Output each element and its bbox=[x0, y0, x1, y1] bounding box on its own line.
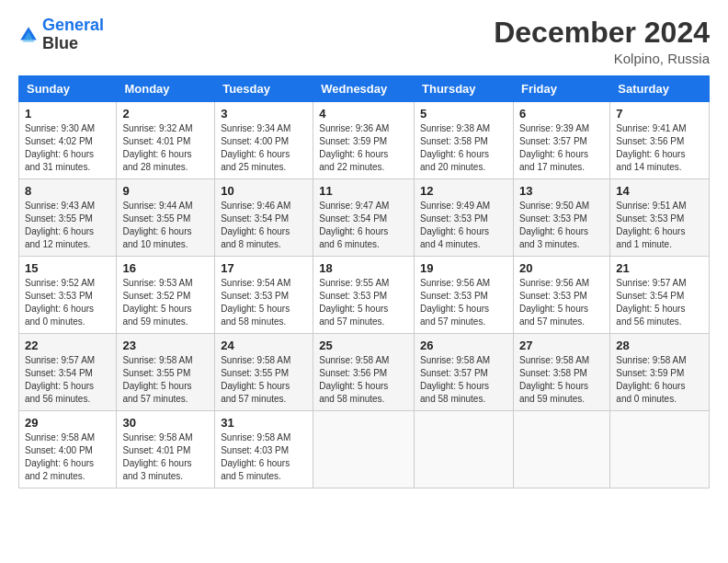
day-number: 25 bbox=[319, 339, 408, 352]
calendar-cell: 10Sunrise: 9:46 AM Sunset: 3:54 PM Dayli… bbox=[215, 179, 313, 257]
day-number: 3 bbox=[221, 107, 307, 121]
day-info: Sunrise: 9:58 AM Sunset: 4:03 PM Dayligh… bbox=[221, 431, 307, 483]
day-number: 21 bbox=[616, 261, 703, 275]
calendar-cell: 27Sunrise: 9:58 AM Sunset: 3:58 PM Dayli… bbox=[513, 334, 609, 411]
calendar-cell: 20Sunrise: 9:56 AM Sunset: 3:53 PM Dayli… bbox=[513, 257, 609, 334]
week-row-3: 15Sunrise: 9:52 AM Sunset: 3:53 PM Dayli… bbox=[19, 257, 710, 334]
calendar-cell: 18Sunrise: 9:55 AM Sunset: 3:53 PM Dayli… bbox=[313, 257, 415, 334]
day-number: 26 bbox=[420, 339, 507, 352]
calendar-cell: 21Sunrise: 9:57 AM Sunset: 3:54 PM Dayli… bbox=[610, 257, 710, 334]
col-header-friday: Friday bbox=[513, 76, 609, 102]
calendar-cell bbox=[610, 411, 710, 488]
day-number: 6 bbox=[519, 107, 604, 121]
location: Kolpino, Russia bbox=[494, 51, 710, 66]
day-info: Sunrise: 9:36 AM Sunset: 3:59 PM Dayligh… bbox=[319, 122, 408, 174]
calendar-cell: 14Sunrise: 9:51 AM Sunset: 3:53 PM Dayli… bbox=[610, 179, 710, 257]
day-number: 27 bbox=[519, 339, 604, 352]
calendar-cell: 2Sunrise: 9:32 AM Sunset: 4:01 PM Daylig… bbox=[117, 102, 215, 179]
title-block: December 2024 Kolpino, Russia bbox=[494, 17, 710, 66]
calendar-cell: 30Sunrise: 9:58 AM Sunset: 4:01 PM Dayli… bbox=[117, 411, 215, 488]
day-info: Sunrise: 9:39 AM Sunset: 3:57 PM Dayligh… bbox=[519, 122, 604, 174]
col-header-monday: Monday bbox=[117, 76, 215, 102]
calendar-cell: 17Sunrise: 9:54 AM Sunset: 3:53 PM Dayli… bbox=[215, 257, 313, 334]
day-info: Sunrise: 9:58 AM Sunset: 4:00 PM Dayligh… bbox=[25, 431, 110, 483]
logo-icon bbox=[18, 25, 39, 45]
calendar-cell bbox=[513, 411, 609, 488]
day-number: 29 bbox=[25, 416, 110, 430]
day-info: Sunrise: 9:47 AM Sunset: 3:54 PM Dayligh… bbox=[319, 200, 408, 251]
day-number: 10 bbox=[221, 184, 307, 198]
calendar-cell: 31Sunrise: 9:58 AM Sunset: 4:03 PM Dayli… bbox=[215, 411, 313, 488]
day-info: Sunrise: 9:34 AM Sunset: 4:00 PM Dayligh… bbox=[221, 122, 307, 174]
calendar-cell: 19Sunrise: 9:56 AM Sunset: 3:53 PM Dayli… bbox=[415, 257, 514, 334]
col-header-wednesday: Wednesday bbox=[313, 76, 415, 102]
calendar-header-row: SundayMondayTuesdayWednesdayThursdayFrid… bbox=[19, 76, 710, 102]
day-number: 24 bbox=[221, 339, 307, 352]
calendar-cell: 6Sunrise: 9:39 AM Sunset: 3:57 PM Daylig… bbox=[513, 102, 609, 179]
day-info: Sunrise: 9:49 AM Sunset: 3:53 PM Dayligh… bbox=[420, 200, 507, 251]
calendar-cell: 8Sunrise: 9:43 AM Sunset: 3:55 PM Daylig… bbox=[19, 179, 117, 257]
day-info: Sunrise: 9:56 AM Sunset: 3:53 PM Dayligh… bbox=[420, 277, 507, 328]
day-number: 14 bbox=[616, 184, 703, 198]
logo: General Blue bbox=[18, 17, 104, 53]
logo-text: General Blue bbox=[42, 17, 104, 53]
day-info: Sunrise: 9:30 AM Sunset: 4:02 PM Dayligh… bbox=[25, 122, 110, 174]
day-number: 15 bbox=[25, 261, 110, 275]
calendar-cell bbox=[415, 411, 514, 488]
calendar-cell: 12Sunrise: 9:49 AM Sunset: 3:53 PM Dayli… bbox=[415, 179, 514, 257]
day-info: Sunrise: 9:58 AM Sunset: 3:56 PM Dayligh… bbox=[319, 354, 408, 406]
day-info: Sunrise: 9:54 AM Sunset: 3:53 PM Dayligh… bbox=[221, 277, 307, 328]
calendar-cell: 25Sunrise: 9:58 AM Sunset: 3:56 PM Dayli… bbox=[313, 334, 415, 411]
day-number: 22 bbox=[25, 339, 110, 352]
day-number: 31 bbox=[221, 416, 307, 430]
day-number: 19 bbox=[420, 261, 507, 275]
day-info: Sunrise: 9:53 AM Sunset: 3:52 PM Dayligh… bbox=[122, 277, 209, 328]
day-info: Sunrise: 9:41 AM Sunset: 3:56 PM Dayligh… bbox=[616, 122, 703, 174]
col-header-tuesday: Tuesday bbox=[215, 76, 313, 102]
day-number: 2 bbox=[122, 107, 209, 121]
week-row-1: 1Sunrise: 9:30 AM Sunset: 4:02 PM Daylig… bbox=[19, 102, 710, 179]
day-number: 8 bbox=[25, 184, 110, 198]
header: General Blue December 2024 Kolpino, Russ… bbox=[18, 17, 710, 66]
day-info: Sunrise: 9:52 AM Sunset: 3:53 PM Dayligh… bbox=[25, 277, 110, 328]
day-number: 20 bbox=[519, 261, 604, 275]
day-number: 7 bbox=[616, 107, 703, 121]
calendar-cell: 22Sunrise: 9:57 AM Sunset: 3:54 PM Dayli… bbox=[19, 334, 117, 411]
day-info: Sunrise: 9:58 AM Sunset: 3:57 PM Dayligh… bbox=[420, 354, 507, 406]
day-info: Sunrise: 9:38 AM Sunset: 3:58 PM Dayligh… bbox=[420, 122, 507, 174]
day-number: 30 bbox=[122, 416, 209, 430]
day-info: Sunrise: 9:58 AM Sunset: 3:55 PM Dayligh… bbox=[221, 354, 307, 406]
calendar-cell: 1Sunrise: 9:30 AM Sunset: 4:02 PM Daylig… bbox=[19, 102, 117, 179]
calendar-cell: 13Sunrise: 9:50 AM Sunset: 3:53 PM Dayli… bbox=[513, 179, 609, 257]
col-header-sunday: Sunday bbox=[19, 76, 117, 102]
calendar-cell: 24Sunrise: 9:58 AM Sunset: 3:55 PM Dayli… bbox=[215, 334, 313, 411]
calendar-cell: 26Sunrise: 9:58 AM Sunset: 3:57 PM Dayli… bbox=[415, 334, 514, 411]
calendar-cell: 3Sunrise: 9:34 AM Sunset: 4:00 PM Daylig… bbox=[215, 102, 313, 179]
day-number: 18 bbox=[319, 261, 408, 275]
day-info: Sunrise: 9:43 AM Sunset: 3:55 PM Dayligh… bbox=[25, 200, 110, 251]
day-number: 17 bbox=[221, 261, 307, 275]
calendar-cell: 29Sunrise: 9:58 AM Sunset: 4:00 PM Dayli… bbox=[19, 411, 117, 488]
col-header-saturday: Saturday bbox=[610, 76, 710, 102]
day-info: Sunrise: 9:58 AM Sunset: 3:59 PM Dayligh… bbox=[616, 354, 703, 406]
week-row-2: 8Sunrise: 9:43 AM Sunset: 3:55 PM Daylig… bbox=[19, 179, 710, 257]
day-info: Sunrise: 9:55 AM Sunset: 3:53 PM Dayligh… bbox=[319, 277, 408, 328]
day-info: Sunrise: 9:57 AM Sunset: 3:54 PM Dayligh… bbox=[616, 277, 703, 328]
day-number: 11 bbox=[319, 184, 408, 198]
page: General Blue December 2024 Kolpino, Russ… bbox=[0, 0, 728, 563]
calendar-cell: 28Sunrise: 9:58 AM Sunset: 3:59 PM Dayli… bbox=[610, 334, 710, 411]
day-number: 13 bbox=[519, 184, 604, 198]
day-number: 12 bbox=[420, 184, 507, 198]
day-info: Sunrise: 9:51 AM Sunset: 3:53 PM Dayligh… bbox=[616, 200, 703, 251]
calendar-cell: 9Sunrise: 9:44 AM Sunset: 3:55 PM Daylig… bbox=[117, 179, 215, 257]
day-info: Sunrise: 9:50 AM Sunset: 3:53 PM Dayligh… bbox=[519, 200, 604, 251]
day-info: Sunrise: 9:58 AM Sunset: 4:01 PM Dayligh… bbox=[122, 431, 209, 483]
day-number: 28 bbox=[616, 339, 703, 352]
week-row-4: 22Sunrise: 9:57 AM Sunset: 3:54 PM Dayli… bbox=[19, 334, 710, 411]
calendar-cell bbox=[313, 411, 415, 488]
week-row-5: 29Sunrise: 9:58 AM Sunset: 4:00 PM Dayli… bbox=[19, 411, 710, 488]
day-number: 1 bbox=[25, 107, 110, 121]
calendar-cell: 4Sunrise: 9:36 AM Sunset: 3:59 PM Daylig… bbox=[313, 102, 415, 179]
day-number: 9 bbox=[122, 184, 209, 198]
calendar-cell: 15Sunrise: 9:52 AM Sunset: 3:53 PM Dayli… bbox=[19, 257, 117, 334]
